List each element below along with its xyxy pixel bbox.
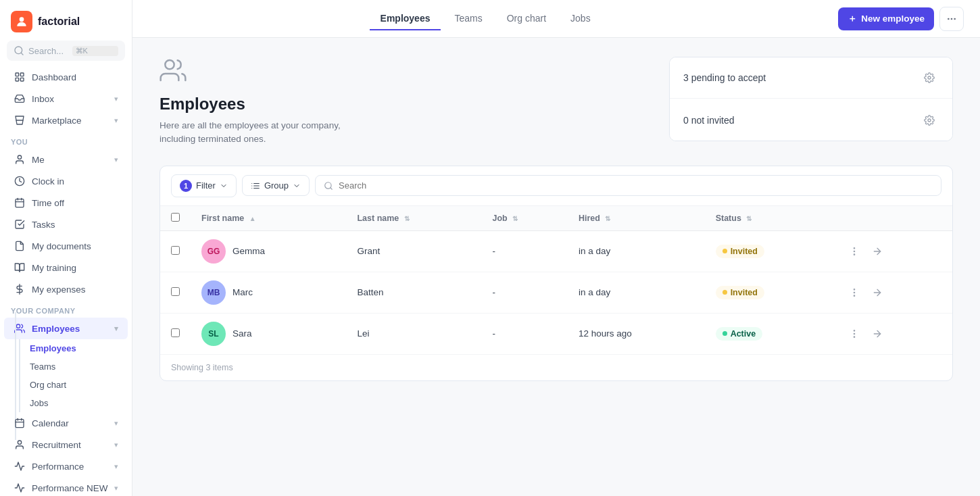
sidebar-item-inbox[interactable]: Inbox ▾ xyxy=(4,88,128,109)
table-header-status[interactable]: Status ⇅ xyxy=(705,206,834,231)
page-content: Employees Here are all the employees at … xyxy=(132,38,980,496)
row-hired: 12 hours ago xyxy=(568,313,705,354)
table-search-wrap[interactable] xyxy=(315,175,941,196)
stat-not-invited-gear[interactable] xyxy=(920,111,939,130)
search-icon xyxy=(14,45,24,56)
row-navigate-button[interactable] xyxy=(867,324,887,344)
sidebar-sub-teams[interactable]: Teams xyxy=(4,357,128,376)
row-navigate-button[interactable] xyxy=(867,282,887,303)
row-job: - xyxy=(481,313,568,354)
sidebar-item-recruitment[interactable]: Recruitment ▾ xyxy=(4,434,128,455)
sidebar-item-time-off[interactable]: Time off xyxy=(4,192,128,214)
sidebar-item-performance-new[interactable]: Performance NEW ▾ xyxy=(4,477,128,496)
svg-point-24 xyxy=(928,76,931,79)
sidebar-sub-org-chart[interactable]: Org chart xyxy=(4,376,128,394)
sidebar-item-my-expenses[interactable]: My expenses xyxy=(4,278,128,300)
row-checkbox[interactable] xyxy=(171,328,180,337)
employees-table: First name ▲ Last name ⇅ Job ⇅ Hired xyxy=(160,206,952,354)
topnav-tabs: Employees Teams Org chart Jobs xyxy=(149,7,822,30)
sidebar-item-clock-in[interactable]: Clock in xyxy=(4,170,128,192)
group-button[interactable]: Group xyxy=(242,175,310,196)
row-first-name-cell: SL Sara xyxy=(191,313,346,354)
marketplace-icon xyxy=(14,114,26,126)
table-header-hired[interactable]: Hired ⇅ xyxy=(568,206,705,231)
arrow-right-icon xyxy=(872,287,883,298)
row-job: - xyxy=(481,230,568,272)
performance-icon xyxy=(14,460,26,472)
gear-icon-2 xyxy=(924,115,935,126)
row-checkbox-cell xyxy=(160,272,191,313)
svg-point-42 xyxy=(854,330,855,330)
svg-rect-6 xyxy=(20,78,24,81)
table-header-last-name[interactable]: Last name ⇅ xyxy=(346,206,481,231)
sidebar-item-my-expenses-label: My expenses xyxy=(32,284,86,295)
sidebar-item-me[interactable]: Me ▾ xyxy=(4,149,128,170)
more-options-button[interactable] xyxy=(939,7,964,31)
table-header-row: First name ▲ Last name ⇅ Job ⇅ Hired xyxy=(160,206,952,231)
svg-rect-5 xyxy=(16,78,19,81)
sidebar-item-my-training[interactable]: My training xyxy=(4,257,128,278)
tasks-icon xyxy=(14,218,26,230)
row-more-button[interactable] xyxy=(844,324,864,344)
sidebar-item-performance-new-label: Performance NEW xyxy=(32,483,108,493)
chevron-down-icon: ▾ xyxy=(114,441,118,449)
svg-point-22 xyxy=(948,18,949,19)
tab-org-chart[interactable]: Org chart xyxy=(496,7,557,30)
employees-table-container: 1 Filter Group xyxy=(160,166,953,381)
sidebar-sub-employees-label: Employees xyxy=(30,343,76,353)
table-header-first-name[interactable]: First name ▲ xyxy=(191,206,346,231)
select-all-checkbox[interactable] xyxy=(171,213,180,222)
table-search-icon xyxy=(324,181,333,191)
row-checkbox[interactable] xyxy=(171,287,180,296)
svg-line-33 xyxy=(330,187,333,189)
sort-icon-status: ⇅ xyxy=(746,215,752,222)
stat-pending-gear[interactable] xyxy=(920,68,939,87)
svg-point-7 xyxy=(18,155,21,159)
topnav: Employees Teams Org chart Jobs ＋ New emp… xyxy=(132,0,980,38)
search-bar[interactable]: Search... ⌘K xyxy=(7,41,125,61)
filter-button[interactable]: 1 Filter xyxy=(171,174,237,197)
group-icon xyxy=(251,181,260,191)
tab-employees[interactable]: Employees xyxy=(370,7,441,30)
svg-point-21 xyxy=(954,18,955,19)
employees-page-icon xyxy=(160,57,653,89)
row-navigate-button[interactable] xyxy=(867,241,887,262)
sidebar-item-tasks[interactable]: Tasks xyxy=(4,214,128,235)
new-employee-button[interactable]: ＋ New employee xyxy=(838,7,934,30)
row-more-button[interactable] xyxy=(844,282,864,303)
svg-rect-4 xyxy=(20,73,24,76)
sidebar-item-calendar[interactable]: Calendar ▾ xyxy=(4,412,128,434)
logo[interactable]: factorial xyxy=(0,0,132,41)
sort-icon-first-name: ▲ xyxy=(249,215,256,222)
row-actions-cell xyxy=(833,272,952,313)
sidebar-item-marketplace[interactable]: Marketplace ▾ xyxy=(4,109,128,131)
plus-icon: ＋ xyxy=(848,13,857,25)
svg-point-43 xyxy=(854,333,855,334)
main-content: Employees Teams Org chart Jobs ＋ New emp… xyxy=(132,0,980,496)
svg-point-23 xyxy=(165,60,174,69)
sidebar-item-dashboard[interactable]: Dashboard xyxy=(4,66,128,88)
topnav-actions: ＋ New employee xyxy=(838,7,964,31)
table-header-checkbox xyxy=(160,206,191,231)
table-header-job[interactable]: Job ⇅ xyxy=(481,206,568,231)
row-status: Invited xyxy=(705,272,834,313)
sidebar-sub-jobs[interactable]: Jobs xyxy=(4,394,128,412)
sidebar-item-employees[interactable]: Employees ▾ xyxy=(4,318,128,339)
row-hired: in a day xyxy=(568,230,705,272)
tab-teams[interactable]: Teams xyxy=(443,7,493,30)
clock-icon xyxy=(14,175,26,187)
more-vertical-icon xyxy=(849,246,860,257)
sidebar-sub-employees[interactable]: Employees xyxy=(4,339,128,357)
row-checkbox[interactable] xyxy=(171,246,180,255)
table-footer: Showing 3 items xyxy=(160,354,952,380)
sidebar-item-my-documents[interactable]: My documents xyxy=(4,235,128,257)
tab-jobs[interactable]: Jobs xyxy=(560,7,602,30)
new-employee-label: New employee xyxy=(861,14,925,24)
sidebar-item-performance[interactable]: Performance ▾ xyxy=(4,455,128,477)
row-checkbox-cell xyxy=(160,230,191,272)
chevron-down-icon: ▾ xyxy=(114,484,118,493)
avatar: GG xyxy=(201,239,226,264)
sidebar-item-time-off-label: Time off xyxy=(32,198,64,208)
row-more-button[interactable] xyxy=(844,241,864,262)
table-search-input[interactable] xyxy=(339,180,933,191)
